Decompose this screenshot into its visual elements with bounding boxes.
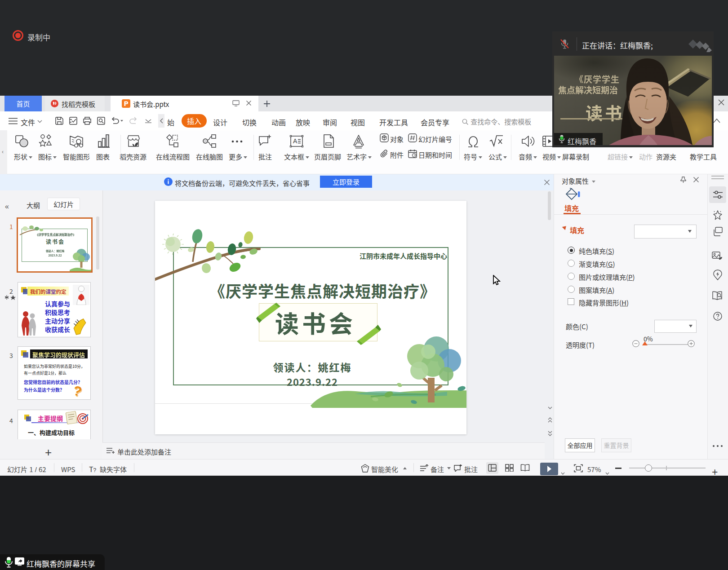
svg-text:A: A <box>293 137 297 145</box>
